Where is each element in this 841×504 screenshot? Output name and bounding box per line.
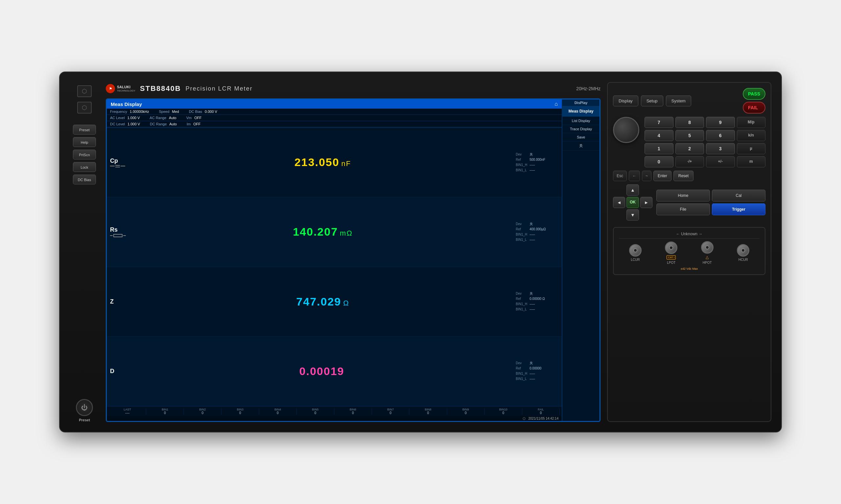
probe-hpot: △ HPOT [701,241,714,265]
probe-label-hpot: HPOT [703,261,712,265]
home-icon[interactable]: ⌂ [554,101,558,107]
param-dcbias: DC Bias 0.000 V [189,110,217,113]
status-timestamp: 2021/11/05 14:42:14 [528,417,559,420]
cal-button[interactable]: Cal [712,190,766,201]
nav-empty-3 [613,209,625,220]
nav-empty-2 [640,184,652,196]
tilde-button[interactable]: ~ [642,170,651,181]
menu-item-close[interactable]: 关 [562,141,600,150]
numpad-dot[interactable]: ·/+ [675,156,704,167]
params-area: Frequency 1.00000kHz Speed Med DC Bias 0… [107,109,562,128]
numpad-kn[interactable]: k/n [737,130,766,141]
back-button[interactable]: ← [629,170,640,181]
numpad-4[interactable]: 4 [645,130,673,141]
screen-main-area: Meas Display ⌂ Frequency 1.00000kHz Spee… [107,100,562,421]
nav-left-button[interactable]: ◄ [613,197,625,208]
meas-symbol-cp: Cp [110,158,130,167]
esc-button[interactable]: Esc [613,170,627,181]
fail-button[interactable]: FAIL [743,102,766,113]
power-button[interactable]: ⏻ [76,399,93,416]
bnc-connector-lcur[interactable] [629,244,641,257]
meas-value-cp: 213.050nF [130,156,516,169]
numpad-1[interactable]: 1 [645,143,673,154]
probe-title: ← Unknown → [619,232,759,238]
param-frequency: Frequency 1.00000kHz [110,110,149,113]
numpad-plusminus[interactable]: +/- [706,156,735,167]
bin-header-6: BIN6 [334,408,372,411]
numpad-7[interactable]: 7 [645,117,673,128]
trigger-button[interactable]: Trigger [712,203,766,215]
saluki-logo: ⚑ [106,84,115,93]
preset-button[interactable]: Preset [73,125,96,134]
jog-dial[interactable] [613,117,639,143]
nav-empty-4 [640,209,652,220]
usb-port-2[interactable]: ⬡ [77,102,92,113]
menu-item-trace-display[interactable]: Trace Display [562,125,600,133]
usb-port-1[interactable]: ⬡ [77,85,92,97]
prtscn-button[interactable]: PrtScn [73,150,96,160]
enter-button[interactable]: Enter [653,170,671,181]
center-panel: ⚑ SALUKI TECHNOLOGY STB8840B Precision L… [106,82,601,422]
lock-button[interactable]: Lock [73,162,96,172]
screen-title-bar: Meas Display ⌂ [107,100,562,109]
bin-header-fail: FAIL [522,408,560,411]
meas-row-z: Z 747.029Ω Dev关 Ref0.00000 Ω BIN1_H-----… [107,267,562,337]
bin-header-4: BIN4 [259,408,297,411]
numpad-area: 7 8 9 M/p 4 5 6 k/n 1 2 3 μ 0 ·/+ +/- m [613,117,766,167]
tab-display[interactable]: Display [613,95,638,106]
meas-row-d: D 0.00019 Dev关 Ref0.00000 BIN1_H----- BI… [107,337,562,406]
numpad-5[interactable]: 5 [675,130,704,141]
home-button[interactable]: Home [656,190,710,201]
menu-item-list-display[interactable]: List Display [562,117,600,125]
pass-button[interactable]: PASS [743,88,766,100]
numpad-m[interactable]: m [737,156,766,167]
numpad-3[interactable]: 3 [706,143,735,154]
nav-ok-button[interactable]: OK [627,197,639,208]
power-label: Preset [79,418,90,422]
func-buttons-grid: Home Cal File Trigger [656,190,766,215]
power-area: ⏻ Preset [76,399,93,422]
status-usb-icon: ⬡ [523,417,526,420]
brand-sub: TECHNOLOGY [117,89,135,92]
nav-area: ▲ ◄ OK ► ▼ Home Cal File Trigger [613,184,766,220]
tab-setup[interactable]: Setup [641,95,663,106]
numpad-2[interactable]: 2 [675,143,704,154]
numpad-8[interactable]: 8 [675,117,704,128]
bin-header-5: BIN5 [297,408,334,411]
logo-area: ⚑ SALUKI TECHNOLOGY [106,84,135,93]
numpad-mp[interactable]: M/p [737,117,766,128]
meas-value-d: 0.00019 [130,365,516,378]
dcbias-button[interactable]: DC Bias [73,175,96,184]
nav-arrows-grid: ▲ ◄ OK ► ▼ [613,184,652,220]
file-button[interactable]: File [656,203,710,215]
nav-right-button[interactable]: ► [640,197,652,208]
numpad-9[interactable]: 9 [706,117,735,128]
bnc-connector-hpot[interactable] [701,241,714,254]
bin-header-3: BIN3 [221,408,259,411]
meas-symbol-z: Z [110,298,130,305]
bin-header-1: BIN1 [146,408,184,411]
meas-info-cp: Dev关 Ref500.000nF BIN1_H----- BIN1_L----… [516,152,559,173]
tab-system[interactable]: System [666,95,691,106]
params-row-1: Frequency 1.00000kHz Speed Med DC Bias 0… [107,109,562,115]
nav-up-button[interactable]: ▲ [627,184,639,196]
main-screen: Meas Display ⌂ Frequency 1.00000kHz Spee… [106,98,601,422]
nav-down-button[interactable]: ▼ [627,209,639,220]
bnc-connector-hcur[interactable] [737,244,749,257]
bin-header-7: BIN7 [372,408,409,411]
numpad-0[interactable]: 0 [645,156,673,167]
menu-item-meas-display[interactable]: Meas Display [562,106,600,117]
probe-lcur: LCUR [629,244,641,262]
reset-button[interactable]: Reset [673,170,693,181]
device-title: Precision LCR Meter [186,85,253,92]
help-button[interactable]: Help [73,137,96,147]
header-bar: ⚑ SALUKI TECHNOLOGY STB8840B Precision L… [106,82,601,95]
meas-row-rs: Rs 140.207mΩ Dev关 Ref400. [107,197,562,267]
probe-label-lcur: LCUR [631,258,640,262]
menu-item-save[interactable]: Save [562,133,600,141]
meas-symbol-rs: Rs [110,227,130,237]
bnc-connector-lpot[interactable] [665,241,677,254]
numpad-mu[interactable]: μ [737,143,766,154]
param-vm: Vm OFF [186,116,202,120]
numpad-6[interactable]: 6 [706,130,735,141]
